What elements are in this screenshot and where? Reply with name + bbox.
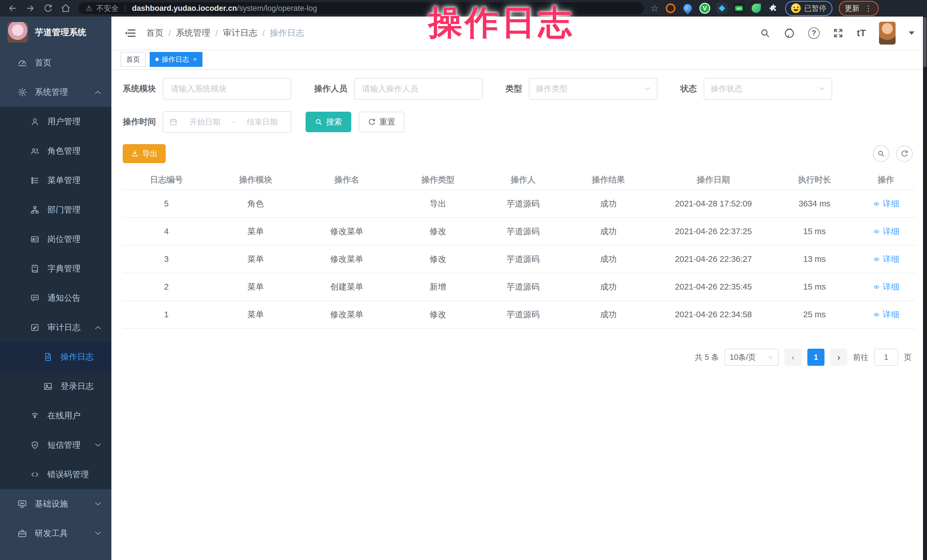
sidebar-item-roles[interactable]: 角色管理: [0, 136, 111, 165]
sidebar-item-notice[interactable]: 通知公告: [0, 283, 111, 313]
operator-input[interactable]: [354, 78, 483, 100]
avatar[interactable]: [879, 22, 896, 44]
warning-icon: ⚠: [86, 5, 92, 12]
caret-down-icon[interactable]: [909, 32, 915, 35]
message-icon: [30, 294, 40, 303]
sidebar-item-online-users[interactable]: 在线用户: [0, 401, 111, 430]
refresh-button[interactable]: [896, 145, 913, 162]
eye-icon: [872, 284, 880, 290]
more-menu-icon[interactable]: ⋮: [865, 4, 873, 13]
ext-puzzle-icon[interactable]: [768, 3, 779, 14]
annotation-title: 操作日志: [429, 0, 574, 46]
org-tree-icon: [30, 205, 40, 214]
sidebar-item-sms[interactable]: 短信管理: [0, 430, 111, 460]
search-icon[interactable]: [760, 28, 770, 39]
chevron-up-icon: [94, 325, 102, 330]
ext-pin-icon[interactable]: [682, 3, 693, 14]
emoji-avatar-icon: [791, 3, 801, 13]
eye-icon: [872, 311, 880, 318]
paused-label: 已暂停: [804, 3, 827, 14]
table-row: 1 菜单 修改菜单 修改 芋道源码 成功 2021-04-26 22:34:58…: [123, 301, 916, 328]
module-input[interactable]: [163, 78, 291, 100]
sidebar-item-dev-tools[interactable]: 研发工具: [0, 519, 111, 548]
end-date-placeholder[interactable]: 结束日期: [240, 117, 285, 127]
ext-blue-cube-icon[interactable]: [717, 3, 727, 14]
bookmark-star-icon[interactable]: ☆: [650, 3, 659, 14]
detail-link[interactable]: 详细: [872, 309, 899, 320]
id-card-icon: [30, 235, 40, 244]
sidebar-item-infrastructure[interactable]: 基础设施: [0, 489, 111, 519]
paused-extension-pill[interactable]: 已暂停: [785, 1, 833, 16]
close-icon[interactable]: [193, 56, 197, 63]
shield-icon: [30, 441, 40, 450]
update-button[interactable]: 更新 ⋮: [839, 1, 879, 16]
detail-link[interactable]: 详细: [872, 226, 899, 237]
prev-page-button[interactable]: [784, 349, 802, 366]
sidebar-item-login-log[interactable]: 登录日志: [0, 372, 111, 401]
breadcrumb-system[interactable]: 系统管理: [176, 27, 210, 39]
sidebar-item-operate-log[interactable]: 操作日志: [0, 342, 111, 372]
sidebar-item-error-codes[interactable]: 错误码管理: [0, 460, 111, 489]
help-icon[interactable]: [808, 27, 820, 39]
breadcrumb-home[interactable]: 首页: [146, 27, 163, 39]
toggle-search-button[interactable]: [873, 145, 889, 162]
fullscreen-icon[interactable]: [833, 28, 843, 39]
scrollbar-thumb[interactable]: [924, 17, 926, 67]
next-page-button[interactable]: [830, 349, 847, 366]
goto-page-input[interactable]: [874, 349, 898, 366]
sidebar-item-audit-log[interactable]: 审计日志: [0, 313, 111, 342]
type-select[interactable]: 操作类型: [529, 78, 657, 100]
start-date-placeholder[interactable]: 开始日期: [182, 117, 228, 127]
sidebar-item-system[interactable]: 系统管理: [0, 77, 111, 107]
ext-green-v-icon[interactable]: V: [699, 3, 710, 14]
col-operator: 操作人: [483, 170, 563, 190]
breadcrumb-audit[interactable]: 审计日志: [223, 27, 257, 39]
ext-leaf-icon[interactable]: [751, 3, 761, 14]
status-select[interactable]: 操作状态: [704, 78, 832, 100]
navbar-actions: [760, 22, 915, 44]
back-icon[interactable]: [5, 1, 20, 16]
github-icon[interactable]: [784, 27, 795, 39]
status-label: 状态: [680, 83, 697, 94]
detail-link[interactable]: 详细: [872, 253, 899, 265]
table-row: 2 菜单 创建菜单 新增 芋道源码 成功 2021-04-26 22:35:45…: [123, 273, 916, 301]
menu-list-icon: [30, 176, 40, 185]
page-content: 系统模块 操作人员 类型 操作类型 状态 操作状态: [111, 70, 927, 560]
sidebar-item-posts[interactable]: 岗位管理: [0, 225, 111, 254]
tag-operate-log[interactable]: 操作日志: [150, 52, 202, 67]
date-range-picker[interactable]: 开始日期 - 结束日期: [163, 111, 291, 133]
sidebar-item-menus[interactable]: 菜单管理: [0, 165, 111, 195]
search-button[interactable]: 搜索: [305, 112, 351, 132]
url-host: dashboard.yudao.iocoder.cn: [132, 4, 237, 12]
reload-icon[interactable]: [41, 1, 55, 16]
col-duration: 执行时长: [773, 170, 856, 190]
security-label[interactable]: 不安全: [96, 3, 119, 14]
monitor-icon: [17, 499, 27, 509]
col-date: 操作日期: [654, 170, 773, 190]
export-button[interactable]: 导出: [123, 144, 166, 163]
col-log-id: 日志编号: [123, 170, 210, 190]
dictionary-icon: [30, 264, 40, 273]
code-icon: [30, 470, 40, 479]
forward-icon[interactable]: [23, 1, 38, 16]
tag-home[interactable]: 首页: [120, 52, 146, 67]
ext-orange-icon[interactable]: [665, 3, 676, 14]
sidebar-item-users[interactable]: 用户管理: [0, 107, 111, 136]
font-size-icon[interactable]: [857, 27, 866, 39]
filter-row-1: 系统模块 操作人员 类型 操作类型 状态 操作状态: [123, 78, 916, 100]
page-size-select[interactable]: 10条/页: [725, 349, 779, 366]
sidebar-item-dict[interactable]: 字典管理: [0, 254, 111, 283]
detail-link[interactable]: 详细: [872, 281, 899, 293]
ext-switch-icon[interactable]: on: [734, 3, 745, 14]
home-icon[interactable]: [58, 1, 73, 16]
reset-button[interactable]: 重置: [359, 112, 404, 132]
page-number-button[interactable]: 1: [807, 349, 824, 366]
hamburger-icon[interactable]: [124, 28, 137, 39]
sidebar-logo-row[interactable]: 芋道管理系统: [0, 17, 111, 48]
sidebar-item-home[interactable]: 首页: [0, 48, 111, 77]
user-icon: [30, 117, 40, 126]
sidebar-item-departments[interactable]: 部门管理: [0, 195, 111, 225]
detail-link[interactable]: 详细: [872, 198, 899, 209]
browser-scrollbar[interactable]: [923, 17, 927, 560]
document-icon: [43, 352, 53, 361]
